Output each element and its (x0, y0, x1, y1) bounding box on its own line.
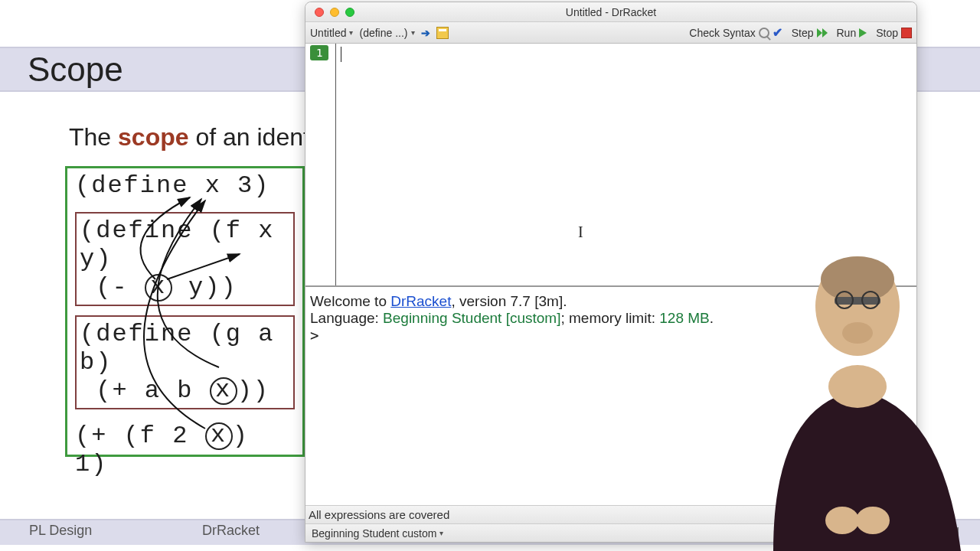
drracket-link[interactable]: DrRacket (390, 293, 451, 309)
toolbar: Untitled▾ (define ...)▾ ➔ Check Syntax ✔… (305, 22, 916, 44)
slide-title: Scope (28, 51, 123, 89)
svg-point-1 (821, 256, 894, 302)
chevron-down-icon: ▾ (439, 529, 443, 537)
svg-rect-2 (835, 297, 880, 305)
svg-point-5 (842, 322, 873, 344)
file-menu[interactable]: Untitled▾ (310, 27, 353, 39)
scope-diagram: (define x 3) (define (f x y) (- x y)) (d… (65, 166, 305, 457)
magnifier-icon (759, 28, 769, 38)
stop-button[interactable]: Stop (876, 27, 912, 39)
step-icon (817, 28, 828, 37)
code-def-f: (define (f x y) (- x y)) (75, 212, 295, 306)
run-button[interactable]: Run (837, 27, 867, 39)
coverage-text: All expressions are covered (309, 508, 449, 521)
ibeam-cursor-icon: I (578, 223, 583, 241)
footer-left: PL Design (29, 523, 92, 539)
check-icon: ✔ (773, 25, 782, 40)
lang-menu[interactable]: (define ...)▾ (359, 27, 414, 39)
code-call: (+ (f 2 x) 1) (67, 419, 302, 481)
text-cursor (341, 47, 341, 62)
save-icon[interactable] (436, 27, 449, 39)
check-syntax-button[interactable]: Check Syntax ✔ (689, 25, 782, 40)
code-def-g: (define (g a b) (+ a b x)) (75, 315, 295, 409)
step-button[interactable]: Step (792, 27, 828, 39)
window-title: Untitled - DrRacket (305, 6, 916, 18)
x-ref-f: x (145, 274, 172, 302)
x-ref-call: x (205, 422, 233, 450)
play-icon (859, 28, 867, 37)
open-arrow-icon[interactable]: ➔ (421, 27, 430, 39)
keyword-scope: scope (118, 123, 188, 151)
status-lang-menu[interactable]: Beginning Student custom ▾ (312, 527, 443, 540)
footer-mid: DrRacket (202, 523, 260, 539)
svg-point-6 (828, 365, 887, 408)
line-number: 1 (310, 45, 328, 60)
chevron-down-icon: ▾ (411, 28, 415, 37)
presenter-video (731, 237, 976, 551)
x-ref-g: x (210, 377, 237, 405)
titlebar[interactable]: Untitled - DrRacket (305, 2, 916, 22)
chevron-down-icon: ▾ (349, 28, 353, 37)
svg-point-7 (825, 507, 859, 534)
stop-icon (901, 28, 912, 38)
line-gutter: 1 (305, 44, 336, 285)
code-def-x: (define x 3) (67, 168, 302, 203)
svg-point-8 (856, 507, 890, 534)
slide-body-text: The scope of an identi (69, 123, 315, 152)
